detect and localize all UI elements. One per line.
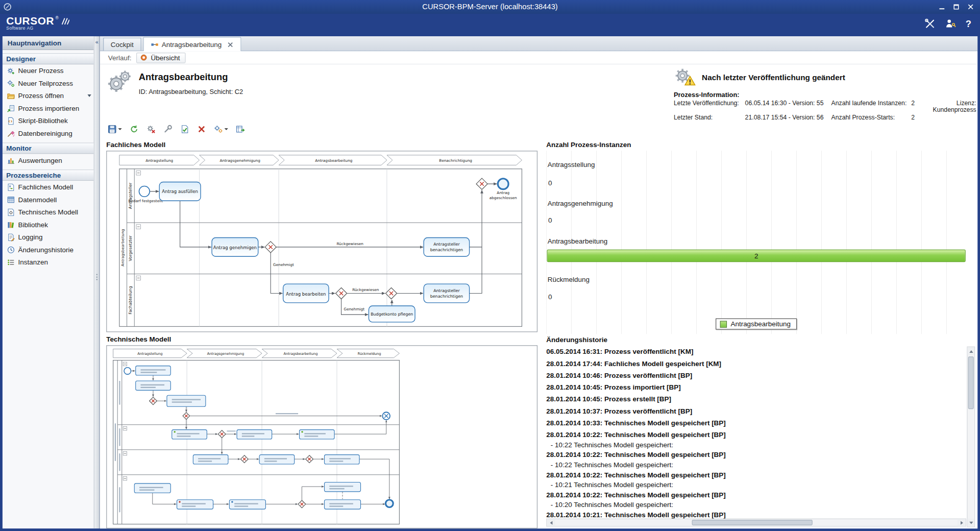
sidebar-item-label: Änderungshistorie — [18, 246, 74, 253]
sidebar-item-datenmodell[interactable]: Datenmodell — [3, 194, 94, 206]
task-label: Antrag bearbeiten — [286, 292, 326, 297]
task-label: benachrichtigen — [430, 294, 463, 299]
tab-cockpit[interactable]: Cockpit — [103, 38, 141, 51]
save-menu-button[interactable] — [105, 123, 125, 135]
phase-label: Antragsbearbeitung — [283, 352, 317, 356]
phase-label: Rückmeldung — [358, 352, 381, 356]
doc-model-icon — [7, 183, 15, 191]
history-horizontal-scrollbar[interactable] — [546, 519, 966, 527]
info-value: 2 — [911, 100, 921, 113]
maximize-button[interactable] — [949, 1, 963, 12]
validate-button[interactable] — [178, 123, 192, 135]
history-entry[interactable]: 28.01.2014 10:22: Technisches Modell ges… — [546, 469, 966, 489]
instances-icon — [7, 258, 15, 266]
sidebar-item-bibliothek[interactable]: Bibliothek — [3, 219, 94, 231]
scrollbar-thumb[interactable] — [968, 356, 974, 409]
drag-handle-icon[interactable] — [96, 273, 97, 281]
chevron-down-icon[interactable] — [87, 94, 91, 97]
scroll-down-icon[interactable] — [968, 519, 974, 527]
maintenance-button[interactable] — [161, 123, 175, 135]
flow-label: Genehmigt — [273, 262, 294, 267]
history-entry[interactable]: 28.01.2014 17:44: Fachliches Modell gesp… — [546, 358, 966, 370]
breadcrumb-overview-button[interactable]: Übersicht — [136, 52, 185, 63]
history-entry[interactable]: 28.01.2014 10:46: Prozess veröffentlicht… — [546, 370, 966, 381]
refresh-button[interactable] — [127, 123, 141, 135]
scroll-right-icon[interactable] — [958, 519, 966, 526]
phase-label: Antragsgenehmigung — [220, 158, 260, 163]
models-column: Fachliches Modell Antragstellung Antrags… — [106, 141, 537, 529]
history-entry[interactable]: 28.01.2014 10:33: Technisches Modell ges… — [546, 417, 966, 429]
chart-category-label: Antragsgenehmigung — [548, 200, 613, 207]
sidebar-item-aenderungshistorie[interactable]: Änderungshistorie — [3, 244, 94, 256]
gear-plus-icon — [7, 66, 15, 75]
sidebar-item-label: Datenmodell — [18, 196, 57, 203]
app-header: CURSOR ® Software AG — [0, 14, 980, 36]
start-event — [139, 186, 150, 197]
sidebar-section-designer: Designer — [3, 53, 94, 64]
sidebar-item-instanzen[interactable]: Instanzen — [3, 256, 94, 269]
technisches-modell-panel[interactable]: Antragstellung Antragsgenehmigung Antrag… — [106, 345, 537, 528]
history-vertical-scrollbar[interactable] — [967, 347, 975, 527]
fachliches-modell-panel[interactable]: Antragstellung Antragsgenehmigung Antrag… — [106, 151, 537, 332]
sidebar-item-technisches-modell[interactable]: Technisches Modell — [3, 206, 94, 219]
task-antragsteller-benachrichtigen — [424, 238, 469, 257]
sidebar-item-datenbereinigung[interactable]: Datenbereinigung — [3, 127, 94, 140]
admin-tools-icon[interactable] — [924, 18, 936, 30]
history-entry[interactable]: 06.05.2014 16:31: Prozess veröffentlicht… — [546, 346, 966, 357]
sidebar-item-logging[interactable]: Logging — [3, 231, 94, 244]
bar-chart-icon — [7, 156, 15, 164]
chevrons-left-icon[interactable] — [94, 39, 100, 45]
export-button[interactable] — [233, 123, 248, 135]
sidebar-item-fachliches-modell[interactable]: Fachliches Modell — [3, 181, 94, 194]
minimize-button[interactable] — [935, 1, 949, 12]
sidebar-item-skript-bibliothek[interactable]: Skript-Bibliothek — [3, 114, 94, 127]
history-entry[interactable]: 28.01.2014 10:45: Prozess erstellt [BP] — [546, 394, 966, 405]
phase-label: Antragstellung — [145, 158, 173, 163]
process-settings-button[interactable] — [211, 123, 231, 135]
tab-antragsbearbeitung[interactable]: Antragsbearbeitung — [143, 37, 241, 51]
sidebar-section-monitor: Monitor — [3, 142, 94, 154]
history-entry[interactable]: 28.01.2014 10:22: Technisches Modell ges… — [546, 449, 966, 469]
sidebar-item-label: Neuer Teilprozess — [18, 80, 74, 87]
sidebar-item-neuer-prozess[interactable]: Neuer Prozess — [3, 64, 94, 77]
sidebar-item-label: Prozess öffnen — [18, 92, 64, 100]
task-label: benachrichtigen — [430, 248, 463, 252]
breadcrumb-item: Übersicht — [151, 54, 180, 61]
history-entry[interactable]: 28.01.2014 10:37: Prozess veröffentlicht… — [546, 405, 966, 417]
minimize-icon — [939, 4, 945, 10]
section-label-technisch: Technisches Modell — [106, 335, 537, 344]
main-area: Cockpit Antragsbearbeitung Verlauf: Über… — [100, 36, 977, 528]
history-entry[interactable]: 28.01.2014 10:21: Technisches Modell ges… — [546, 509, 966, 518]
technisches-modell-diagram[interactable]: Antragstellung Antragsgenehmigung Antrag… — [107, 346, 536, 527]
scroll-up-icon[interactable] — [968, 347, 974, 355]
close-tab-icon[interactable] — [227, 41, 233, 47]
scroll-left-icon[interactable] — [547, 519, 555, 526]
window-titlebar[interactable]: CURSOR-BPM-Server (localhost:38443) — [0, 0, 980, 14]
history-entry[interactable]: 28.01.2014 10:22: Technisches Modell ges… — [546, 489, 966, 509]
delete-button[interactable] — [194, 123, 209, 135]
brand-name: CURSOR — [6, 15, 54, 27]
history-entry[interactable]: 28.01.2014 10:45: Prozess importiert [BP… — [546, 381, 966, 393]
sidebar-collapse-strip[interactable] — [94, 36, 100, 528]
sidebar-item-neuer-teilprozess[interactable]: Neuer Teilprozess — [3, 77, 94, 90]
fachliches-modell-diagram[interactable]: Antragstellung Antragsgenehmigung Antrag… — [107, 151, 536, 331]
user-permissions-icon[interactable] — [945, 18, 956, 30]
info-value: 21.08.17 15:54 - Version: 56 — [745, 114, 830, 120]
close-button[interactable] — [964, 1, 977, 12]
brand-stripes-icon — [60, 17, 69, 25]
script-icon — [7, 116, 15, 125]
help-icon[interactable] — [966, 18, 971, 30]
sidebar-item-prozess-importieren[interactable]: Prozess importieren — [3, 102, 94, 115]
info-label: Letzte Veröffentlichung: — [674, 100, 744, 113]
sidebar-item-label: Fachliches Modell — [18, 183, 74, 191]
table-icon — [7, 196, 15, 204]
process-info-panel: Nach letzter Veröffentlichung geändert P… — [674, 66, 976, 121]
unassign-button[interactable] — [144, 123, 158, 135]
scrollbar-thumb[interactable] — [692, 520, 813, 525]
sidebar-item-prozess-oeffnen[interactable]: Prozess öffnen — [3, 89, 94, 102]
history-entry[interactable]: 28.01.2014 10:22: Technisches Modell ges… — [546, 429, 966, 449]
sidebar-item-auswertungen[interactable]: Auswertungen — [3, 154, 94, 166]
clean-icon — [7, 129, 15, 137]
page-subtitle: ID: Antragsbearbeitung, Schicht: C2 — [139, 88, 243, 95]
flow-label: Genehmigt — [344, 307, 364, 311]
